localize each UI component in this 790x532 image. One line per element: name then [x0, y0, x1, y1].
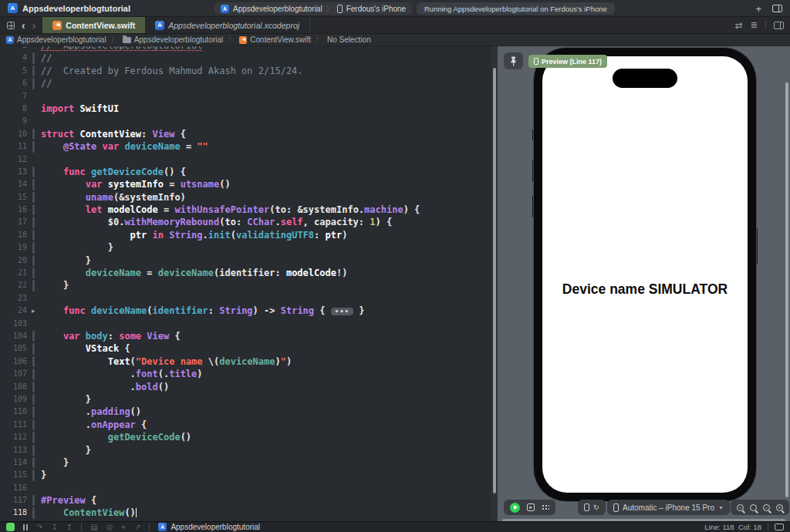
line-number[interactable]: 112 [0, 431, 31, 443]
code-text[interactable]: .font(.title) [38, 368, 203, 380]
step-into-icon[interactable]: ↧ [51, 524, 57, 531]
code-text[interactable] [38, 292, 41, 305]
code-text[interactable]: } [38, 254, 91, 267]
zoom-fit-button[interactable]: ▫ [763, 504, 770, 511]
editor-scrollbar-thumb[interactable] [493, 68, 496, 493]
zoom-in-button[interactable]: + [776, 504, 783, 511]
code-text[interactable]: ContentView() [38, 507, 137, 519]
code-line-105[interactable]: 105 VStack { [0, 342, 491, 355]
code-text[interactable]: func deviceName(identifier: String) -> S… [38, 305, 364, 317]
tab-overview-icon[interactable] [7, 22, 15, 29]
code-text[interactable]: struct ContentView: View { [38, 128, 186, 140]
step-out-icon[interactable]: ↥ [66, 524, 73, 531]
code-line-104[interactable]: 104 var body: some View { [0, 330, 491, 342]
swap-editors-icon[interactable]: ⇄ [735, 20, 743, 31]
code-text[interactable]: } [38, 393, 91, 406]
line-number[interactable]: 9 [0, 115, 31, 127]
line-number[interactable]: 17 [0, 216, 31, 228]
line-number[interactable]: 3 [0, 46, 31, 52]
tab-label[interactable]: ContentView.swift [66, 21, 135, 30]
code-text[interactable]: var systemInfo = utsname() [38, 178, 231, 190]
running-process-name[interactable]: Appsdeveloperblogtutorial [170, 523, 260, 531]
breadcrumb-group[interactable]: Appsdeveloperblogtutorial [123, 35, 224, 44]
tab-xcodeproj[interactable]: A Appsdeveloperblogtutorial.xcodeproj [145, 17, 310, 33]
code-line-4[interactable]: 4// [0, 52, 491, 64]
memory-graph-icon[interactable]: ◎ [106, 524, 113, 531]
editor-scrollbar[interactable] [491, 46, 498, 521]
code-text[interactable]: } [38, 279, 69, 291]
preview-line-badge[interactable]: Preview (Line 117) [528, 55, 607, 68]
line-number[interactable]: 109 [0, 393, 31, 406]
code-line-9[interactable]: 9 [0, 115, 491, 127]
breadcrumb-label[interactable]: Appsdeveloperblogtutorial [134, 35, 224, 44]
code-line-17[interactable]: 17 $0.withMemoryRebound(to: CChar.self, … [0, 216, 491, 228]
selectable-mode-icon[interactable]: ▸ [527, 503, 535, 511]
add-button[interactable]: + [755, 4, 761, 14]
line-number[interactable]: 115 [0, 469, 31, 481]
breakpoints-toggle[interactable] [6, 523, 15, 531]
step-over-icon[interactable]: ↷ [36, 524, 42, 531]
line-number[interactable]: 118 [0, 507, 31, 519]
line-number[interactable]: 7 [0, 90, 31, 103]
code-text[interactable]: ptr in String.init(validatingUTF8: ptr) [38, 229, 347, 241]
code-line-5[interactable]: 5// Created by Ferdous Mahmud Akash on 2… [0, 65, 491, 77]
line-number[interactable]: 15 [0, 191, 31, 204]
navigate-forward-icon[interactable]: › [32, 20, 36, 31]
code-text[interactable] [38, 482, 41, 494]
live-preview-button[interactable] [510, 503, 520, 513]
code-line-22[interactable]: 22 } [0, 279, 491, 291]
code-fold-arrow[interactable]: ▸ [31, 305, 38, 317]
line-number[interactable]: 13 [0, 166, 31, 178]
code-text[interactable] [38, 153, 41, 166]
scheme-name[interactable]: Appsdeveloperblogtutorial [233, 5, 322, 13]
editor-options-icon[interactable]: ≣ [751, 20, 758, 30]
code-line-103[interactable]: 103 [0, 318, 491, 330]
code-text[interactable]: // Appsdeveloperblogtutorial [38, 46, 203, 52]
line-number[interactable]: 12 [0, 153, 31, 166]
line-number[interactable]: 8 [0, 103, 31, 115]
line-number[interactable]: 10 [0, 128, 31, 140]
code-line-21[interactable]: 21 deviceName = deviceName(identifier: m… [0, 267, 491, 279]
line-number[interactable]: 113 [0, 444, 31, 456]
code-text[interactable] [38, 115, 41, 127]
line-number[interactable]: 111 [0, 419, 31, 431]
code-line-114[interactable]: 114 } [0, 456, 491, 469]
line-number[interactable]: 107 [0, 368, 31, 380]
code-text[interactable]: @State var deviceName = "" [38, 140, 208, 153]
preview-device-name[interactable]: Automatic – iPhone 15 Pro [623, 503, 714, 512]
folded-code-ellipsis[interactable]: ••• [331, 308, 353, 315]
disclosure-arrow-icon[interactable]: ▸ [32, 305, 35, 317]
code-text[interactable]: func getDeviceCode() { [38, 166, 186, 178]
line-number[interactable]: 6 [0, 77, 31, 89]
code-line-107[interactable]: 107 .font(.title) [0, 368, 491, 380]
add-editor-icon[interactable] [774, 22, 784, 29]
breadcrumb-selection[interactable]: No Selection [327, 35, 371, 44]
code-line-108[interactable]: 108 .bold() [0, 381, 491, 393]
code-line-113[interactable]: 113 } [0, 444, 491, 456]
code-text[interactable]: } [38, 444, 91, 456]
code-text[interactable] [38, 90, 41, 103]
scheme-selector[interactable]: A Appsdeveloperblogtutorial 〉 Ferdous's … [214, 2, 412, 15]
line-number[interactable]: 103 [0, 318, 31, 330]
code-text[interactable]: deviceName = deviceName(identifier: mode… [38, 267, 347, 279]
code-line-14[interactable]: 14 var systemInfo = utsname() [0, 178, 491, 190]
code-text[interactable]: $0.withMemoryRebound(to: CChar.self, cap… [38, 216, 392, 228]
run-destination[interactable]: Ferdous's iPhone [346, 5, 407, 13]
code-text[interactable]: } [38, 241, 113, 254]
pin-preview-button[interactable] [504, 52, 523, 69]
code-text[interactable]: getDeviceCode() [38, 431, 191, 443]
line-number[interactable]: 106 [0, 355, 31, 368]
zoom-100-button[interactable] [750, 504, 757, 511]
code-line-19[interactable]: 19 } [0, 241, 491, 254]
code-line-117[interactable]: 117#Preview { [0, 494, 491, 507]
code-line-7[interactable]: 7 [0, 90, 491, 103]
line-number[interactable]: 18 [0, 229, 31, 241]
code-text[interactable]: .onAppear { [38, 419, 147, 431]
code-text[interactable]: uname(&systemInfo) [38, 191, 186, 204]
zoom-out-button[interactable]: − [737, 504, 744, 511]
code-text[interactable] [38, 318, 41, 330]
line-number[interactable]: 19 [0, 241, 31, 254]
code-text[interactable]: .bold() [38, 381, 169, 393]
code-line-118[interactable]: 118 ContentView() [0, 507, 491, 519]
running-process[interactable]: A Appsdeveloperblogtutorial [158, 523, 260, 531]
